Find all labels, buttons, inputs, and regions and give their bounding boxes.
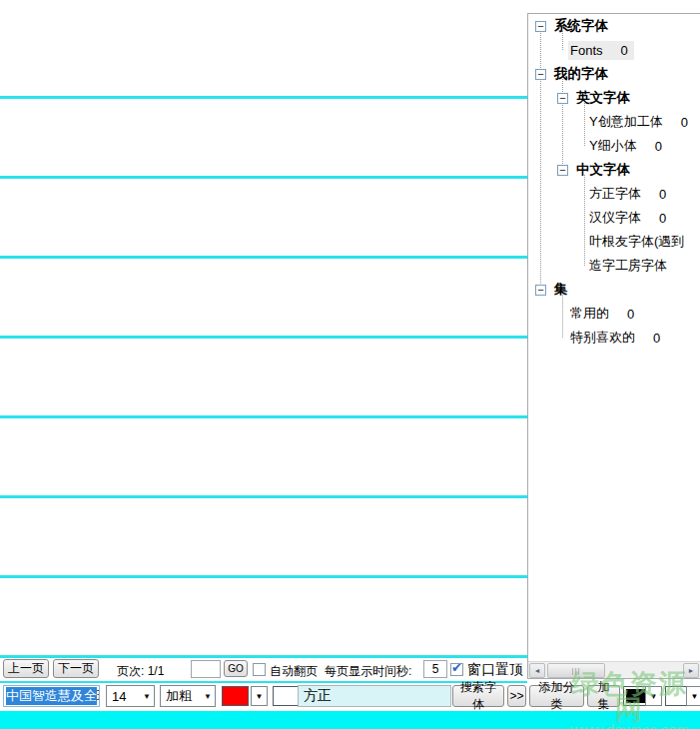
tree-node-label: 常用的 [570,305,609,323]
preview-guide-line [0,96,527,99]
preview-guide-line [0,495,527,498]
add-collection-button[interactable]: 加集 [587,685,620,707]
tree-node-body[interactable]: 方正字体0 [587,183,672,205]
collapse-toggle-icon[interactable]: − [535,21,546,32]
tree-node-count: 0 [659,211,666,226]
font-name-input[interactable] [298,685,451,707]
tree-node-body[interactable]: Y细小体0 [587,135,668,157]
tree-node[interactable]: −我的字体 [528,62,700,86]
tree-node-label: 英文字体 [576,89,630,107]
chevron-down-icon: ▼ [204,692,212,701]
preview-guide-line [0,336,527,339]
tree-node-body[interactable]: Y创意加工体0 [587,111,694,133]
tree-node[interactable]: Y细小体0 [528,134,700,158]
collapse-toggle-icon[interactable]: − [557,165,568,176]
preview-guide-line [0,575,527,578]
next-page-button[interactable]: 下一页 [53,659,99,678]
auto-flip-label: 自动翻页 [270,663,318,680]
text-color-dropdown-icon[interactable]: ▼ [251,686,268,706]
tree-node-body[interactable]: 我的字体 [552,63,614,85]
text-color-swatch[interactable] [222,686,249,706]
tree-node-label: 系统字体 [554,17,608,35]
scroll-left-icon[interactable]: ◄ [529,663,545,678]
check-icon: ✔ [451,660,462,675]
tree-node-body[interactable]: 英文字体 [574,87,636,109]
go-button[interactable]: GO [224,660,248,677]
scrollbar-thumb[interactable]: ||| [547,663,605,678]
tree-rows-container: −系统字体Fonts0−我的字体−英文字体Y创意加工体0Y细小体0−中文字体方正… [528,14,700,660]
preview-guide-line [0,415,527,418]
tree-node-label: 叶根友字体(遇到 [589,233,684,251]
tree-node-count: 0 [653,331,660,346]
tree-node[interactable]: −中文字体 [528,158,700,182]
preview-guide-line [0,176,527,179]
tree-node-label: 方正字体 [589,185,641,203]
font-weight-select[interactable]: 加粗▼ [160,685,216,707]
tree-node-label: Fonts [570,43,603,58]
tree-node[interactable]: Y创意加工体0 [528,110,700,134]
tree-node-body[interactable]: 集 [552,279,574,301]
separator-line [0,655,527,658]
tree-node-label: 中文字体 [576,161,630,179]
tree-node-label: Y创意加工体 [589,113,663,131]
tree-horizontal-scrollbar[interactable]: ◄ ||| ► [528,661,700,678]
tree-node[interactable]: 特别喜欢的0 [528,326,700,350]
interval-input[interactable] [423,660,447,678]
tree-node-body[interactable]: 造字工房字体 [587,255,673,277]
more-button[interactable]: >> [507,685,526,707]
interval-label: 每页显示时间秒: [325,663,411,680]
preview-guide-line [0,256,527,259]
separator-line [0,681,527,683]
tree-node-body[interactable]: 中文字体 [574,159,636,181]
tree-node-label: 我的字体 [554,65,608,83]
tree-node[interactable]: 汉仪字体0 [528,206,700,230]
tree-node-label: Y细小体 [589,137,637,155]
tree-node-body[interactable]: 系统字体 [552,15,614,37]
stay-on-top-checkbox[interactable]: ✔ [450,663,463,676]
auto-flip-checkbox[interactable] [253,663,266,676]
tree-node-label: 汉仪字体 [589,209,641,227]
tree-node-count: 0 [655,139,662,154]
prev-page-button[interactable]: 上一页 [3,659,49,678]
font-size-value: 14 [112,689,126,704]
tree-node-label: 特别喜欢的 [570,329,635,347]
page-number-input[interactable] [191,660,221,678]
collapse-toggle-icon[interactable]: − [535,285,546,296]
bg2-color-dropdown-icon[interactable]: ▼ [686,686,700,706]
scroll-right-icon[interactable]: ► [683,663,699,678]
tree-node-count: 0 [681,115,688,130]
collapse-toggle-icon[interactable]: − [557,93,568,104]
tree-node-body[interactable]: 汉仪字体0 [587,207,672,229]
sample-text-input[interactable]: 中国智造慧及全球 [3,685,100,707]
tree-node-body[interactable]: 叶根友字体(遇到 [587,231,690,253]
font-category-tree-panel: −系统字体Fonts0−我的字体−英文字体Y创意加工体0Y细小体0−中文字体方正… [527,13,700,679]
search-font-button[interactable]: 搜索字体 [452,685,504,707]
collapse-toggle-icon[interactable]: − [535,69,546,80]
tree-node-body[interactable]: 特别喜欢的0 [568,327,666,349]
font-weight-value: 加粗 [166,687,192,705]
tree-node[interactable]: 叶根友字体(遇到 [528,230,700,254]
tree-node-body[interactable]: 常用的0 [568,303,640,325]
tree-node[interactable]: 常用的0 [528,302,700,326]
tree-node[interactable]: −英文字体 [528,86,700,110]
fg2-color-dropdown-icon[interactable]: ▼ [645,686,662,706]
add-category-button[interactable]: 添加分类 [529,685,584,707]
font-preview-area [0,0,527,655]
chevron-down-icon: ▼ [143,692,151,701]
font-size-select[interactable]: 14▼ [106,685,155,707]
tree-node[interactable]: Fonts0 [528,38,700,62]
tree-node[interactable]: 造字工房字体 [528,254,700,278]
bottom-accent-bar [0,711,700,729]
tree-node-body-selected[interactable]: Fonts0 [568,41,634,60]
tree-node[interactable]: −系统字体 [528,14,700,38]
unselected-text: 球 [97,687,100,705]
tree-node[interactable]: −集 [528,278,700,302]
selected-text: 中国智造慧及全 [6,687,97,705]
tree-node[interactable]: 方正字体0 [528,182,700,206]
tree-node-label: 造字工房字体 [589,257,667,275]
format-toolbar: 中国智造慧及全球 14▼ 加粗▼ ▼ ▼ 搜索字体 >> 添加分类 加集 ▼ ▼ [0,684,700,711]
tree-node-count: 0 [621,43,628,58]
highlight-color-swatch[interactable] [273,686,300,706]
pager-toolbar: 上一页 下一页 页次: 1/1 GO 自动翻页 每页显示时间秒: ✔ 窗口置顶 [0,659,527,681]
tree-node-label: 集 [554,281,568,299]
